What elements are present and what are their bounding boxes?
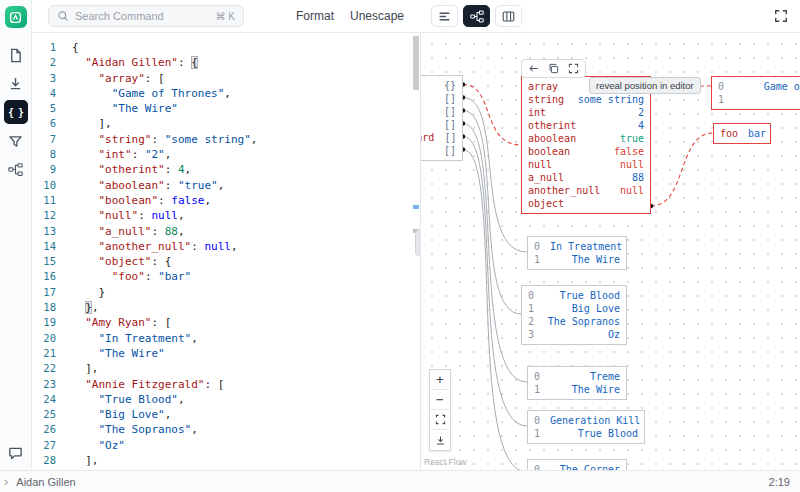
list-view-button[interactable] [431, 5, 458, 27]
code-line[interactable]: 21 "The Wire" [32, 346, 420, 361]
node-row[interactable]: 0In Treatment [528, 240, 626, 253]
code-line[interactable]: 26 "The Sopranos", [32, 422, 420, 437]
expand-node-button[interactable] [568, 63, 579, 74]
node-alice-farmer-array[interactable]: 0The Corner [527, 459, 627, 470]
code-line[interactable]: 10 "aboolean": "true", [32, 178, 420, 193]
node-row[interactable]: 1True Blood [528, 427, 644, 440]
node-row[interactable]: 0The Corner [528, 463, 626, 470]
node-annie-fitzgerald-array[interactable]: 0True Blood1Big Love2The Sopranos3Oz [521, 285, 627, 345]
tooltip: reveal position in editor [589, 77, 701, 94]
copy-icon [548, 63, 559, 74]
code-line[interactable]: 25 "Big Love", [32, 407, 420, 422]
fit-view-button[interactable] [430, 410, 450, 430]
graph-view-button[interactable] [463, 5, 490, 27]
code-line[interactable]: 7 "string": "some string", [32, 132, 420, 147]
zoom-out-button[interactable]: − [430, 390, 450, 410]
fullscreen-icon [774, 9, 788, 23]
unescape-button[interactable]: Unescape [350, 9, 404, 23]
node-row[interactable]: Alexander Skarsgard[] [420, 131, 462, 144]
code-line[interactable]: 12 "null": null, [32, 208, 420, 223]
flow-button[interactable] [5, 158, 27, 180]
node-row[interactable]: 0Generation Kill [528, 414, 644, 427]
node-row[interactable]: 1Big Love [522, 302, 626, 315]
breadcrumb[interactable]: Aidan Gillen [16, 476, 75, 488]
code-line[interactable]: 13 "a_null": 88, [32, 224, 420, 239]
code-line[interactable]: 24 "True Blood", [32, 392, 420, 407]
pane-resize-handle[interactable] [415, 230, 420, 256]
json-editor-button[interactable]: { } [4, 100, 28, 124]
node-row[interactable]: 1The Wire [528, 383, 626, 396]
node-row[interactable]: 0True Blood [522, 289, 626, 302]
node-row[interactable]: stringsome string [522, 93, 650, 106]
app-logo[interactable] [5, 6, 27, 28]
code-line[interactable]: 16 "foo": "bar" [32, 269, 420, 284]
node-row[interactable]: 2The Sopranos [522, 315, 626, 328]
node-row[interactable]: int2 [522, 106, 650, 119]
chevron-right-icon[interactable]: › [4, 474, 8, 489]
code-line[interactable]: 19 "Amy Ryan": [ [32, 315, 420, 330]
code-line[interactable]: 4 "Game of Thrones", [32, 86, 420, 101]
node-aidan-array[interactable]: 0Game of Thrones1The Wire [711, 76, 800, 110]
cursor-position: 2:19 [769, 476, 790, 488]
code-line[interactable]: 6 ], [32, 116, 420, 131]
back-button[interactable] [528, 63, 539, 74]
node-row[interactable]: Amy Ryan[] [420, 92, 462, 105]
filter-button[interactable] [5, 130, 27, 152]
node-row[interactable]: booleanfalse [522, 145, 650, 158]
copy-button[interactable] [548, 63, 559, 74]
code-line[interactable]: 3 "array": [ [32, 71, 420, 86]
code-line[interactable]: 17 } [32, 285, 420, 300]
code-line[interactable]: 11 "boolean": false, [32, 193, 420, 208]
node-row[interactable]: 1The Wire [528, 253, 626, 266]
code-line[interactable]: 5 "The Wire" [32, 101, 420, 116]
code-editor[interactable]: 1{2 "Aidan Gillen": {3 "array": [4 "Game… [32, 33, 420, 470]
graph-canvas[interactable]: Aidan Gillen{}Amy Ryan[]Annie Fitzgerald… [420, 33, 800, 470]
format-button[interactable]: Format [296, 9, 334, 23]
node-row[interactable]: Aidan Gillen{} [420, 79, 462, 92]
code-line[interactable]: 18 }, [32, 300, 420, 315]
code-line[interactable]: 28 ], [32, 453, 420, 468]
zoom-in-button[interactable]: + [430, 370, 450, 390]
node-row[interactable]: nullnull [522, 158, 650, 171]
node-row[interactable]: Anwan Glover[] [420, 118, 462, 131]
code-line[interactable]: 9 "otherint": 4, [32, 162, 420, 177]
node-row[interactable]: object [522, 197, 650, 210]
download-image-button[interactable] [430, 430, 450, 450]
code-line[interactable]: 27 "Oz" [32, 438, 420, 453]
fullscreen-button[interactable] [774, 9, 788, 23]
grid-view-button[interactable] [495, 5, 522, 27]
node-aidan-gillen-object[interactable]: arraystringsome stringint2otherint4abool… [521, 76, 651, 214]
code-line[interactable]: 1{ [32, 40, 420, 55]
node-row[interactable]: 1The Wire [712, 93, 800, 106]
node-foo-object[interactable]: foobar [713, 123, 771, 144]
node-root-object[interactable]: Aidan Gillen{}Amy Ryan[]Annie Fitzgerald… [420, 75, 463, 161]
scrollbar-thumb[interactable] [413, 36, 419, 90]
node-alexander-skarsgard-array[interactable]: 0Generation Kill1True Blood [527, 410, 645, 444]
reactflow-attribution[interactable]: React Flow [424, 457, 467, 467]
node-row[interactable]: abooleantrue [522, 132, 650, 145]
code-line[interactable]: 14 "another_null": null, [32, 239, 420, 254]
overview-ruler-mark [413, 205, 419, 209]
node-row[interactable]: foobar [714, 127, 770, 140]
code-line[interactable]: 2 "Aidan Gillen": { [32, 55, 420, 70]
node-row[interactable]: otherint4 [522, 119, 650, 132]
node-row[interactable]: 3Oz [522, 328, 626, 341]
chat-button[interactable] [5, 442, 27, 464]
node-row[interactable]: Annie Fitzgerald[] [420, 105, 462, 118]
node-anwan-glover-array[interactable]: 0Treme1The Wire [527, 366, 627, 400]
download-button[interactable] [5, 72, 27, 94]
code-line[interactable]: 20 "In Treatment", [32, 331, 420, 346]
file-button[interactable] [5, 44, 27, 66]
node-row[interactable]: 0Game of Thrones [712, 80, 800, 93]
node-row[interactable]: Alice Farmer[] [420, 144, 462, 157]
code-line[interactable]: 8 "int": "2", [32, 147, 420, 162]
code-line[interactable]: 15 "object": { [32, 254, 420, 269]
node-row[interactable]: a_null88 [522, 171, 650, 184]
search-input[interactable]: Search Command ⌘ K [48, 5, 244, 27]
node-row[interactable]: another_nullnull [522, 184, 650, 197]
code-line[interactable]: 23 "Annie Fitzgerald": [ [32, 377, 420, 392]
node-row[interactable]: 0Treme [528, 370, 626, 383]
node-amy-ryan-array[interactable]: 0In Treatment1The Wire [527, 236, 627, 270]
list-view-icon [438, 10, 451, 23]
code-line[interactable]: 22 ], [32, 361, 420, 376]
